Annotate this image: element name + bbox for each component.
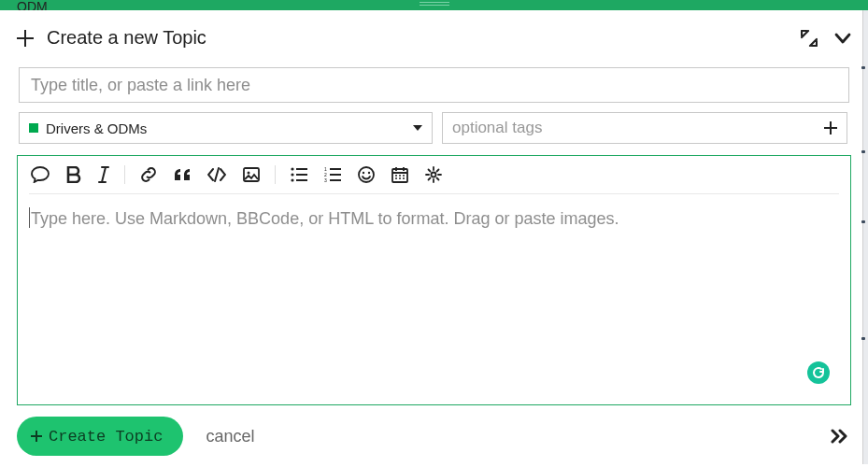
editor-container: 123 Type here. Use Markdown, BBCode, or … [17,155,851,405]
tags-select[interactable]: optional tags [442,112,847,144]
emoji-icon[interactable] [358,166,375,183]
category-label: Drivers & ODMs [46,120,406,136]
plus-icon [17,30,34,47]
svg-point-10 [368,172,370,174]
composer-panel: Create a new Topic Drivers & ODMs option… [17,10,851,467]
italic-icon[interactable] [98,166,109,183]
quote-bubble-icon[interactable] [31,166,50,183]
svg-point-4 [291,178,293,181]
numbered-list-icon[interactable]: 123 [324,167,341,182]
cancel-button[interactable]: cancel [206,427,254,446]
category-select[interactable]: Drivers & ODMs [19,112,433,144]
image-icon[interactable] [243,167,260,182]
collapse-composer-icon[interactable] [831,429,851,444]
editor-placeholder: Type here. Use Markdown, BBCode, or HTML… [31,209,837,229]
calendar-icon[interactable] [391,166,408,183]
composer-resize-bar[interactable] [0,0,868,10]
editor-toolbar: 123 [18,156,850,193]
caret-down-icon [413,125,422,131]
toolbar-separator [124,165,125,184]
code-icon[interactable] [207,167,226,182]
fullscreen-icon[interactable] [801,30,818,47]
grip-handle-icon [420,2,449,7]
svg-point-12 [432,173,436,177]
blockquote-icon[interactable] [174,168,191,181]
create-topic-label: Create Topic [49,428,163,446]
gear-icon[interactable] [425,166,442,183]
composer-footer: Create Topic cancel [17,417,851,456]
editor-textarea[interactable]: Type here. Use Markdown, BBCode, or HTML… [18,194,850,404]
create-topic-button[interactable]: Create Topic [17,417,183,456]
bullet-list-icon[interactable] [291,167,307,182]
category-color-swatch [29,123,38,133]
tags-placeholder: optional tags [452,119,817,137]
text-cursor [29,207,30,228]
link-icon[interactable] [140,166,157,183]
composer-title: Create a new Topic [47,27,788,49]
composer-header: Create a new Topic [17,27,851,49]
topic-title-input[interactable] [19,67,849,103]
toolbar-separator [275,165,276,184]
background-scrollbar [862,10,868,464]
chevron-down-icon[interactable] [834,30,851,47]
svg-point-8 [359,167,374,182]
bold-icon[interactable] [66,166,81,183]
plus-icon [30,430,43,443]
svg-point-1 [248,172,250,175]
plus-icon [824,121,837,134]
svg-point-2 [291,167,293,170]
grammarly-icon[interactable] [807,361,830,384]
svg-point-9 [363,172,364,174]
svg-text:3: 3 [324,177,327,182]
svg-point-3 [291,173,293,176]
